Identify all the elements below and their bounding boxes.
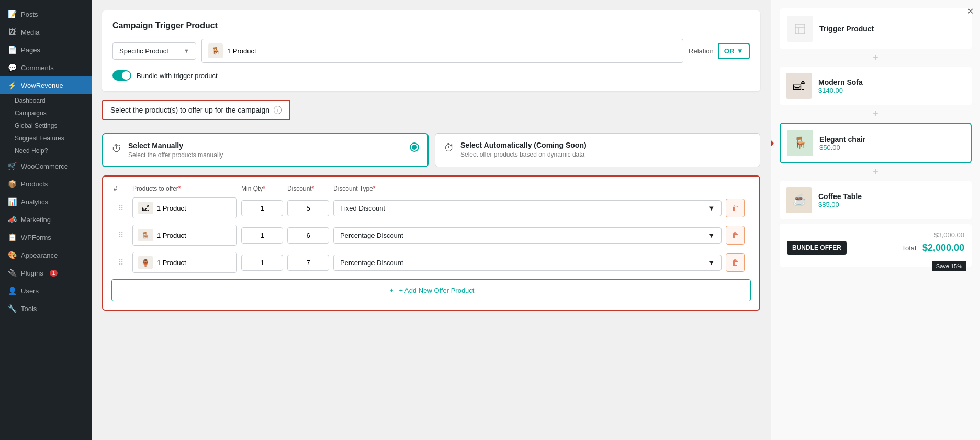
- relation-group: Relation OR ▼: [689, 43, 750, 59]
- qty-input-1[interactable]: [241, 200, 283, 216]
- qty-input-2[interactable]: [241, 227, 283, 244]
- specific-product-dropdown[interactable]: Specific Product ▼: [112, 42, 196, 60]
- sidebar-item-woocommerce[interactable]: 🛒 WooCommerce: [0, 157, 92, 175]
- sidebar-sub-dashboard[interactable]: Dashboard: [0, 94, 92, 107]
- arrow-indicator: ➜: [771, 135, 774, 152]
- product-thumb-2: 🪑: [138, 229, 153, 241]
- discount-type-select-1[interactable]: Fixed Discount ▼: [333, 200, 722, 216]
- sidebar-item-media[interactable]: 🖼 Media: [0, 23, 92, 41]
- discount-type-select-2[interactable]: Percentage Discount ▼: [333, 227, 722, 244]
- col-min-qty: Min Qty*: [241, 185, 283, 192]
- select-auto-option[interactable]: ⏱ Select Automatically (Coming Soon) Sel…: [435, 133, 760, 167]
- bundle-label: Bundle with trigger product: [137, 72, 218, 80]
- product-cell-3[interactable]: 🏺 1 Product: [132, 252, 237, 273]
- users-icon: 👤: [7, 287, 17, 295]
- chair-thumb: 🪑: [787, 130, 813, 156]
- manual-icon: ⏱: [111, 142, 122, 155]
- sidebar-item-plugins[interactable]: 🔌 Plugins 1: [0, 264, 92, 282]
- delete-btn-2[interactable]: 🗑: [726, 226, 745, 245]
- divider-plus-3: +: [780, 167, 972, 178]
- sidebar-item-appearance[interactable]: 🎨 Appearance: [0, 246, 92, 264]
- close-icon[interactable]: ✕: [967, 6, 974, 16]
- drag-handle-2[interactable]: ⠿: [114, 231, 128, 239]
- product-cell-2[interactable]: 🪑 1 Product: [132, 225, 237, 246]
- offer-product-card-3: ☕ Coffee Table $85.00: [780, 181, 972, 219]
- table-name: Coffee Table: [818, 192, 862, 201]
- posts-icon: 📝: [7, 10, 17, 18]
- sidebar-item-analytics[interactable]: 📊 Analytics: [0, 193, 92, 211]
- auto-content: Select Automatically (Coming Soon) Selec…: [460, 141, 751, 158]
- table-price: $85.00: [818, 201, 862, 208]
- drag-handle-3[interactable]: ⠿: [114, 258, 128, 267]
- sidebar-item-wpforms[interactable]: 📋 WPForms: [0, 228, 92, 246]
- discount-input-1[interactable]: [287, 200, 329, 216]
- qty-input-3[interactable]: [241, 255, 283, 271]
- sidebar-item-tools[interactable]: 🔧 Tools: [0, 300, 92, 317]
- sofa-name: Modern Sofa: [818, 78, 863, 86]
- offer-product-card-1: 🛋 Modern Sofa $140.00: [780, 67, 972, 105]
- divider-plus-1: +: [780, 52, 972, 63]
- sidebar-item-comments[interactable]: 💬 Comments: [0, 59, 92, 76]
- delete-btn-3[interactable]: 🗑: [726, 253, 745, 272]
- bundle-footer: $3,000.00 BUNDLE OFFER Total $2,000.00 S…: [780, 224, 972, 267]
- product-thumb-1: 🛋: [138, 202, 153, 214]
- select-section: Select the product(s) to offer up for th…: [102, 100, 760, 311]
- delete-btn-1[interactable]: 🗑: [726, 199, 745, 217]
- media-icon: 🖼: [7, 28, 17, 36]
- col-hash: #: [114, 185, 128, 192]
- table-row: ⠿ 🏺 1 Product Percentage Discount ▼ 🗑: [111, 252, 751, 273]
- product-cell-1[interactable]: 🛋 1 Product: [132, 197, 237, 218]
- plugins-icon: 🔌: [7, 269, 17, 277]
- sidebar-item-posts[interactable]: 📝 Posts: [0, 5, 92, 23]
- total-label: Total: [902, 244, 916, 252]
- info-icon: i: [274, 106, 282, 114]
- sidebar-item-wowrevenue[interactable]: ⚡ WowRevenue: [0, 76, 92, 94]
- or-button[interactable]: OR ▼: [718, 43, 750, 59]
- sidebar-item-pages[interactable]: 📄 Pages: [0, 41, 92, 59]
- select-manually-option[interactable]: ⏱ Select Manually Select the offer produ…: [102, 133, 429, 167]
- add-product-button[interactable]: ＋ + Add New Offer Product: [111, 279, 751, 301]
- col-products: Products to offer*: [132, 185, 237, 192]
- discount-input-3[interactable]: [287, 255, 329, 271]
- table-row: ⠿ 🛋 1 Product Fixed Discount ▼ 🗑: [111, 197, 751, 218]
- sidebar-item-products[interactable]: 📦 Products: [0, 175, 92, 193]
- original-price: $3,000.00: [934, 231, 964, 239]
- discount-input-2[interactable]: [287, 227, 329, 244]
- drag-handle-1[interactable]: ⠿: [114, 204, 128, 212]
- trigger-product-card: Trigger Product: [780, 8, 972, 49]
- products-table: # Products to offer* Min Qty* Discount* …: [102, 175, 760, 311]
- trigger-product-icon: 🪑: [208, 43, 223, 58]
- offer-product-card-2: 🪑 Elegant chair $50.00 ➜: [780, 123, 972, 163]
- trigger-product-selector[interactable]: 🪑 1 Product: [201, 39, 683, 63]
- right-panel: ✕ Trigger Product + 🛋 Modern Sofa $140.0…: [771, 0, 980, 440]
- discount-type-select-3[interactable]: Percentage Discount ▼: [333, 255, 722, 271]
- select-chevron-3: ▼: [708, 259, 715, 267]
- sidebar-sub-need-help[interactable]: Need Help?: [0, 145, 92, 157]
- select-options: ⏱ Select Manually Select the offer produ…: [102, 133, 760, 167]
- col-discount-type: Discount Type*: [333, 185, 722, 192]
- products-icon: 📦: [7, 180, 17, 188]
- woocommerce-icon: 🛒: [7, 162, 17, 170]
- auto-desc: Select offer products based on dynamic d…: [460, 151, 751, 158]
- table-row: ⠿ 🪑 1 Product Percentage Discount ▼ 🗑: [111, 225, 751, 246]
- sofa-price: $140.00: [818, 86, 863, 94]
- wowrevenue-icon: ⚡: [7, 81, 17, 90]
- sidebar-item-marketing[interactable]: 📣 Marketing: [0, 211, 92, 228]
- product-thumb-3: 🏺: [138, 256, 153, 269]
- table-header: # Products to offer* Min Qty* Discount* …: [111, 185, 751, 192]
- trigger-row: Specific Product ▼ 🪑 1 Product Relation …: [112, 39, 750, 63]
- add-icon: ＋: [388, 285, 395, 295]
- auto-icon: ⏱: [444, 142, 454, 154]
- svg-rect-0: [795, 24, 805, 34]
- manual-desc: Select the offer products manually: [128, 151, 403, 159]
- bundle-footer-row: BUNDLE OFFER Total $2,000.00: [787, 241, 964, 255]
- sidebar-sub-campaigns[interactable]: Campaigns: [0, 107, 92, 119]
- sidebar-sub-global-settings[interactable]: Global Settings: [0, 119, 92, 132]
- bundle-toggle[interactable]: [112, 70, 131, 81]
- tools-icon: 🔧: [7, 304, 17, 313]
- sidebar-item-users[interactable]: 👤 Users: [0, 282, 92, 300]
- trigger-title: Campaign Trigger Product: [112, 21, 750, 30]
- manual-content: Select Manually Select the offer product…: [128, 141, 403, 159]
- manual-radio: [410, 142, 419, 152]
- sidebar-sub-suggest-features[interactable]: Suggest Features: [0, 132, 92, 145]
